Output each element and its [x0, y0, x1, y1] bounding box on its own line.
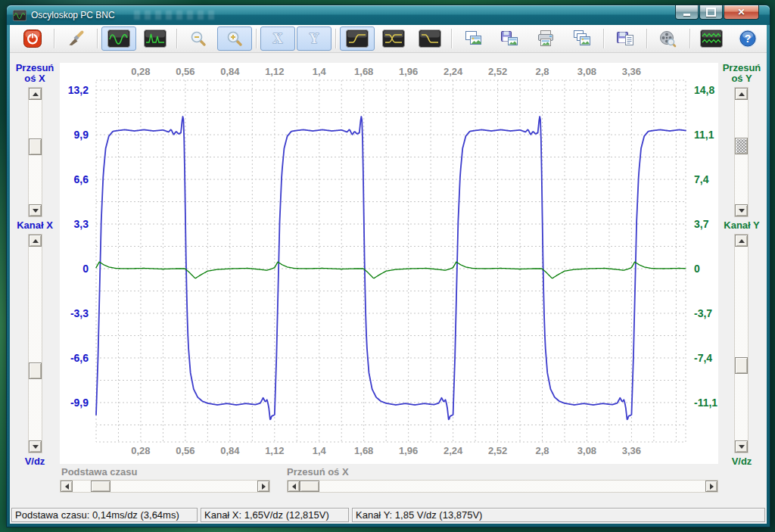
- zoom-in-button[interactable]: [217, 26, 252, 51]
- titlebar[interactable]: Oscyloskop PC BNC ✕: [7, 5, 770, 25]
- save-data-button[interactable]: [608, 26, 643, 51]
- spectrum-view-button[interactable]: [138, 26, 173, 51]
- scroll-thumb[interactable]: [29, 138, 42, 155]
- clear-button[interactable]: [58, 26, 93, 51]
- maximize-button[interactable]: [699, 5, 723, 20]
- arrow-up-icon: [33, 92, 39, 96]
- app-icon: [13, 10, 26, 21]
- arrow-left-icon: [292, 484, 296, 490]
- toolbar-separator: [97, 29, 98, 48]
- scroll-right-arrow[interactable]: [257, 481, 269, 492]
- channel-x-toggle[interactable]: X: [260, 26, 295, 51]
- channel-y-toggle[interactable]: Y: [297, 26, 331, 51]
- scroll-down-arrow[interactable]: [735, 204, 748, 216]
- svg-text:-3,3: -3,3: [70, 307, 89, 319]
- scroll-thumb[interactable]: [29, 362, 42, 379]
- copy-all-images-button[interactable]: [565, 26, 599, 51]
- svg-text:3,7: 3,7: [694, 218, 709, 230]
- power-icon: [23, 29, 42, 48]
- svg-text:1,96: 1,96: [399, 445, 418, 456]
- svg-text:0,28: 0,28: [131, 66, 150, 77]
- x-pan-scrollbar[interactable]: [287, 480, 718, 493]
- arrow-up-icon: [33, 239, 39, 243]
- scroll-down-arrow[interactable]: [29, 204, 42, 216]
- scroll-thumb[interactable]: [300, 481, 319, 492]
- copy-image-button[interactable]: [456, 26, 490, 51]
- zoom-out-button[interactable]: [181, 26, 216, 51]
- scroll-thumb[interactable]: [735, 138, 748, 154]
- svg-text:0,84: 0,84: [220, 66, 240, 77]
- toolbar-separator: [176, 29, 177, 48]
- scroll-down-arrow[interactable]: [735, 440, 748, 453]
- x-offset-scrollbar[interactable]: [28, 87, 42, 217]
- svg-text:2,52: 2,52: [488, 445, 507, 456]
- brush-icon: [67, 30, 85, 48]
- arrow-up-icon: [739, 239, 745, 243]
- scroll-left-arrow[interactable]: [61, 481, 73, 492]
- scroll-right-arrow[interactable]: [705, 481, 717, 492]
- label-vdz-left: V/dz: [10, 456, 60, 467]
- arrow-right-icon: [710, 484, 714, 490]
- scroll-up-arrow[interactable]: [735, 235, 748, 247]
- trigger-rising-button[interactable]: [340, 26, 375, 51]
- label-timebase: Podstawa czasu: [61, 466, 137, 478]
- toolbar-separator: [451, 29, 452, 48]
- minimize-button[interactable]: [675, 5, 699, 20]
- status-bar: Podstawa czasu: 0,14ms/dz (3,64ms) Kanał…: [11, 508, 765, 522]
- oscilloscope-display[interactable]: 0,280,280,560,560,840,841,121,121,41,41,…: [60, 63, 718, 464]
- status-timebase: Podstawa czasu: 0,14ms/dz (3,64ms): [11, 508, 198, 522]
- trigger-falling-button[interactable]: [412, 26, 447, 51]
- arrow-right-icon: [262, 484, 266, 490]
- zoom-out-icon: [189, 30, 207, 48]
- svg-text:14,8: 14,8: [694, 84, 714, 96]
- scroll-up-arrow[interactable]: [29, 235, 42, 247]
- x-gain-scrollbar[interactable]: [28, 234, 42, 453]
- letter-y-icon: Y: [305, 30, 323, 48]
- slope-fall-icon: [419, 30, 441, 48]
- svg-text:?: ?: [745, 33, 752, 45]
- scope-window-button[interactable]: [694, 26, 729, 51]
- svg-text:-7,4: -7,4: [694, 352, 712, 364]
- y-gain-scrollbar[interactable]: [734, 234, 749, 453]
- svg-text:-3,7: -3,7: [694, 307, 712, 319]
- y-offset-scrollbar[interactable]: [734, 87, 749, 217]
- scroll-down-arrow[interactable]: [29, 440, 42, 453]
- desktop: { "window": { "title": "Oscyloskop PC BN…: [0, 0, 775, 532]
- slope-cross-icon: [382, 30, 405, 48]
- toolbar: XY?: [10, 25, 767, 53]
- help-icon: ?: [738, 29, 758, 48]
- scroll-thumb[interactable]: [91, 481, 110, 492]
- trigger-both-button[interactable]: [376, 26, 411, 51]
- scroll-up-arrow[interactable]: [735, 88, 748, 100]
- svg-text:1,4: 1,4: [313, 445, 327, 456]
- print-icon: [536, 30, 556, 48]
- label-move-axis-y: Przesuń oś Y: [717, 63, 767, 84]
- power-button[interactable]: [15, 26, 50, 51]
- print-button[interactable]: [528, 26, 563, 51]
- help-button[interactable]: ?: [730, 26, 765, 51]
- maximize-icon: [706, 8, 716, 17]
- svg-text:7,4: 7,4: [694, 173, 709, 185]
- close-icon: ✕: [737, 8, 745, 17]
- label-pan-x: Przesuń oś X: [287, 466, 349, 478]
- toolbar-separator: [689, 29, 690, 48]
- svg-text:2,8: 2,8: [535, 66, 549, 77]
- toolbar-separator: [646, 29, 647, 48]
- scroll-thumb[interactable]: [735, 357, 748, 374]
- waveform-view-button[interactable]: [101, 26, 136, 51]
- close-button[interactable]: ✕: [724, 5, 759, 20]
- save-image-button[interactable]: [492, 26, 527, 51]
- scroll-left-arrow[interactable]: [288, 481, 300, 492]
- svg-text:3,08: 3,08: [577, 445, 596, 456]
- spectrum-screen-icon: [144, 30, 167, 48]
- label-move-axis-x: Przesuń oś X: [10, 63, 60, 84]
- scroll-up-arrow[interactable]: [29, 88, 42, 100]
- svg-text:0,56: 0,56: [176, 66, 195, 77]
- label-channel-y: Kanał Y: [717, 220, 767, 231]
- toolbar-separator: [256, 29, 257, 48]
- svg-text:2,24: 2,24: [444, 66, 463, 77]
- timebase-scrollbar[interactable]: [60, 480, 270, 493]
- label-vdz-right: V/dz: [717, 456, 767, 467]
- oscilloscope-plot[interactable]: 0,280,280,560,560,840,841,121,121,41,41,…: [60, 63, 718, 464]
- preview-recording-button[interactable]: [651, 26, 686, 51]
